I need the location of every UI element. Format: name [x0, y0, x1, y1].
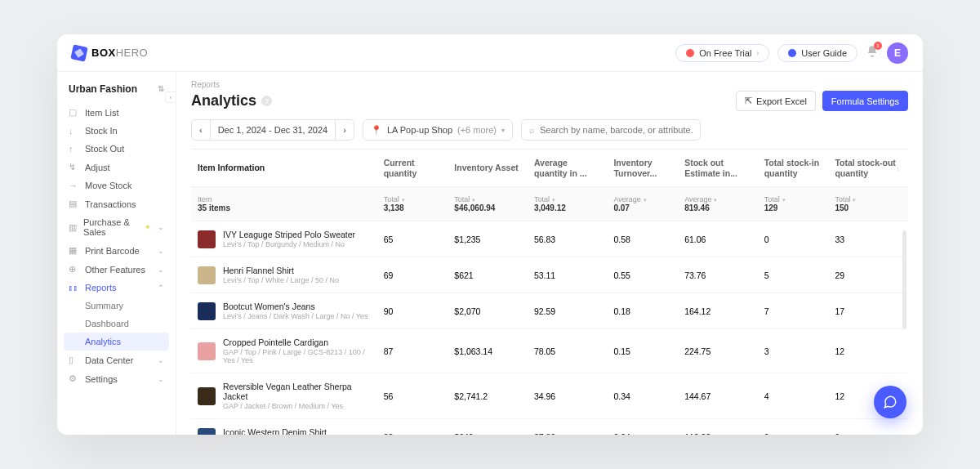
dropdown-icon[interactable]: ▾	[552, 197, 555, 203]
summary-inv-turnover: 0.07	[613, 203, 629, 212]
chevron-down-icon: ⌄	[158, 266, 164, 274]
sidebar-item-move-stock[interactable]: →Move Stock	[57, 176, 176, 194]
cell-stock-out-est: 61.06	[678, 221, 758, 257]
date-range-label[interactable]: Dec 1, 2024 - Dec 31, 2024	[211, 120, 336, 140]
sidebar-item-adjust[interactable]: ↯Adjust	[57, 158, 176, 176]
cell-stock-out-est: 164.12	[678, 293, 758, 329]
sidebar: Urban Fashion ⇅ ‹ ▢Item List ↓Stock In ↑…	[57, 72, 176, 435]
table-row[interactable]: Iconic Western Denim ShirtLevi's / Top /…	[191, 419, 908, 435]
location-name: LA Pop-up Shop	[387, 125, 452, 135]
sidebar-item-stock-out[interactable]: ↑Stock Out	[57, 140, 176, 158]
dropdown-icon[interactable]: ▾	[472, 197, 475, 203]
sidebar-collapse-button[interactable]: ‹	[165, 92, 176, 103]
cell-total-stock-out: 33	[828, 221, 908, 257]
summary-current-qty: 3,138	[384, 203, 404, 212]
item-name: Henri Flannel Shirt	[223, 266, 339, 275]
dropdown-icon[interactable]: ▾	[782, 197, 786, 203]
table-row[interactable]: IVY Leaguge Striped Polo SweaterLevi's /…	[191, 221, 908, 257]
sidebar-item-print-barcode[interactable]: ▦Print Barcode⌄	[57, 241, 176, 260]
search-input[interactable]	[540, 120, 693, 140]
page-title: Analytics	[191, 92, 256, 109]
cell-stock-out-est: 144.67	[678, 373, 758, 419]
cell-total-stock-out: 12	[828, 329, 908, 373]
table-row[interactable]: Cropped Pointelle CardiganGAP / Top / Pi…	[191, 329, 908, 373]
formula-settings-button[interactable]: Formula Settings	[822, 91, 908, 111]
chat-fab[interactable]	[874, 386, 906, 418]
upload-icon: ↑	[69, 144, 78, 154]
summary-avg-qty: 3,049.12	[534, 203, 566, 212]
avatar[interactable]: E	[887, 42, 908, 64]
free-trial-pill[interactable]: On Free Trial ›	[675, 44, 769, 62]
user-guide-pill[interactable]: User Guide	[777, 44, 858, 62]
dropdown-icon[interactable]: ▾	[644, 197, 647, 203]
col-total-stock-out[interactable]: Total stock-out quantity↓	[828, 150, 908, 187]
summary-inventory-asset: $46,060.94	[454, 203, 495, 212]
date-range-picker[interactable]: ‹ Dec 1, 2024 - Dec 31, 2024 ›	[191, 119, 354, 141]
notif-badge: 1	[874, 42, 882, 50]
date-prev-button[interactable]: ‹	[192, 120, 211, 140]
table-row[interactable]: Reversible Vegan Leather Sherpa JacketGA…	[191, 373, 908, 419]
chevron-up-icon: ⌃	[158, 284, 164, 292]
export-excel-button[interactable]: ⇱Export Excel	[736, 91, 816, 111]
sidebar-sub-analytics[interactable]: Analytics	[64, 333, 169, 351]
help-icon[interactable]: ?	[261, 96, 272, 106]
sidebar-item-transactions[interactable]: ▤Transactions	[57, 194, 176, 213]
gear-icon: ⚙	[69, 373, 78, 384]
sidebar-sub-summary[interactable]: Summary	[57, 297, 176, 315]
item-thumbnail	[198, 342, 216, 360]
free-trial-label: On Free Trial	[699, 48, 751, 58]
logo[interactable]: BOXHERO	[72, 46, 148, 60]
sidebar-item-item-list[interactable]: ▢Item List	[57, 103, 176, 122]
chat-icon	[883, 395, 898, 409]
analytics-table[interactable]: Item Information Current quantity Invent…	[191, 149, 908, 435]
database-icon: ▯	[69, 355, 78, 365]
table-row[interactable]: Henri Flannel ShirtLevi's / Top / White …	[191, 257, 908, 293]
chevron-down-icon: ⌄	[158, 356, 164, 364]
cell-current-qty: 69	[377, 257, 448, 293]
sidebar-item-settings[interactable]: ⚙Settings⌄	[57, 369, 176, 388]
search-box[interactable]: ⌕	[521, 119, 701, 141]
col-item-info[interactable]: Item Information	[191, 150, 377, 187]
dropdown-icon[interactable]: ▾	[714, 197, 717, 203]
cell-stock-out-est: 224.75	[678, 329, 758, 373]
sidebar-item-data-center[interactable]: ▯Data Center⌄	[57, 351, 176, 369]
date-next-button[interactable]: ›	[336, 120, 354, 140]
table-row[interactable]: Bootcut Women's JeansLevi's / Jeans / Da…	[191, 293, 908, 329]
cell-inv-turnover: 0.24	[607, 419, 678, 435]
print-icon: ▦	[69, 245, 78, 256]
col-inv-turnover[interactable]: Inventory Turnover...	[607, 150, 678, 187]
summary-stock-out-est: 819.46	[684, 203, 710, 212]
cell-current-qty: 87	[377, 329, 448, 373]
cell-stock-out-est: 73.76	[678, 257, 758, 293]
col-stock-out-est[interactable]: Stock out Estimate in...	[678, 150, 758, 187]
summary-total-stock-in: 129	[764, 203, 778, 212]
sidebar-item-other-features[interactable]: ⊕Other Features⌄	[57, 260, 176, 279]
col-current-qty[interactable]: Current quantity	[377, 150, 448, 187]
cell-inv-turnover: 0.34	[607, 373, 678, 419]
summary-item-count: 35 items	[198, 203, 230, 212]
sidebar-item-stock-in[interactable]: ↓Stock In	[57, 122, 176, 140]
chevron-down-icon: ▾	[501, 127, 505, 134]
vertical-scrollbar[interactable]	[902, 230, 906, 328]
cell-inventory-asset: $2,741.2	[448, 373, 528, 419]
notification-bell[interactable]: 1	[866, 45, 879, 61]
sidebar-item-purchase-sales[interactable]: ▥Purchase & Sales✦⌄	[57, 213, 176, 241]
cell-total-stock-in: 0	[758, 221, 829, 257]
item-name: Cropped Pointelle Cardigan	[223, 337, 371, 347]
cell-current-qty: 32	[377, 419, 448, 435]
sidebar-item-reports[interactable]: ⫾⫾Reports⌃	[57, 279, 176, 297]
col-avg-qty[interactable]: Average quantity in ...	[528, 150, 608, 187]
search-icon: ⌕	[529, 125, 535, 135]
dropdown-icon[interactable]: ▾	[853, 197, 856, 203]
sidebar-sub-dashboard[interactable]: Dashboard	[57, 315, 176, 333]
cell-total-stock-in: 0	[758, 419, 829, 435]
col-inventory-asset[interactable]: Inventory Asset	[448, 150, 528, 187]
topbar: BOXHERO On Free Trial › User Guide 1 E	[57, 34, 923, 72]
location-filter[interactable]: 📍 LA Pop-up Shop (+6 more) ▾	[363, 119, 513, 141]
cell-avg-qty: 56.83	[528, 221, 608, 257]
star-icon: ✦	[145, 223, 151, 231]
workspace-switch-icon[interactable]: ⇅	[158, 85, 164, 93]
logo-text-thin: HERO	[116, 47, 149, 59]
dropdown-icon[interactable]: ▾	[402, 197, 405, 203]
col-total-stock-in[interactable]: Total stock-in quantity	[758, 150, 829, 187]
